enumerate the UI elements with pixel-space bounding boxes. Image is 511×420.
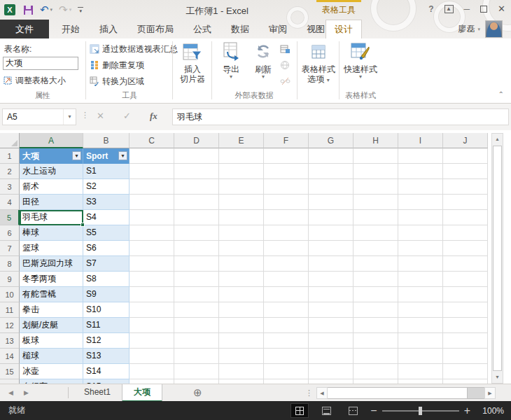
- user-account[interactable]: 廖磊 ▾: [458, 20, 480, 38]
- empty-cell[interactable]: [264, 195, 309, 210]
- filter-dropdown-icon[interactable]: ▼: [72, 151, 81, 160]
- scroll-down-button[interactable]: ▼: [492, 372, 503, 383]
- refresh-button[interactable]: 刷新 ▾: [248, 41, 278, 80]
- maximize-button[interactable]: [480, 6, 487, 13]
- name-box[interactable]: A5 ▾: [2, 108, 76, 125]
- empty-cell[interactable]: [264, 272, 309, 287]
- empty-cell[interactable]: [264, 225, 309, 241]
- cell[interactable]: 箭术: [20, 179, 83, 195]
- new-sheet-button[interactable]: ⊕: [193, 384, 202, 401]
- empty-cell[interactable]: [174, 241, 219, 256]
- empty-cell[interactable]: [443, 179, 488, 195]
- empty-cell[interactable]: [174, 302, 219, 318]
- minimize-button[interactable]: ─: [464, 4, 470, 14]
- empty-cell[interactable]: [174, 256, 219, 272]
- empty-cell[interactable]: [443, 256, 488, 272]
- zoom-in-button[interactable]: +: [464, 405, 470, 417]
- empty-cell[interactable]: [264, 318, 309, 333]
- cell[interactable]: 水上运动: [20, 164, 83, 179]
- empty-cell[interactable]: [443, 148, 488, 164]
- empty-cell[interactable]: [354, 179, 398, 195]
- empty-cell[interactable]: [309, 302, 354, 318]
- empty-cell[interactable]: [174, 349, 219, 364]
- empty-cell[interactable]: [309, 241, 354, 256]
- empty-cell[interactable]: [130, 302, 174, 318]
- cell[interactable]: 划艇/皮艇: [20, 318, 83, 333]
- row-header-6[interactable]: 6: [0, 225, 20, 241]
- user-avatar[interactable]: [485, 20, 503, 38]
- sheet-tab-sheet1[interactable]: Sheet1: [73, 384, 122, 402]
- empty-cell[interactable]: [398, 333, 443, 349]
- vertical-scrollbar[interactable]: ▲ ▼: [491, 133, 503, 384]
- excel-logo-icon[interactable]: X: [4, 4, 17, 16]
- unlink-button[interactable]: [280, 74, 290, 88]
- name-box-caret-icon[interactable]: ▾: [63, 109, 76, 125]
- cell[interactable]: 板球: [20, 333, 83, 349]
- empty-cell[interactable]: [398, 241, 443, 256]
- empty-cell[interactable]: [219, 272, 264, 287]
- cell[interactable]: S7: [83, 256, 130, 272]
- zoom-slider[interactable]: [382, 410, 459, 412]
- empty-cell[interactable]: [174, 287, 219, 302]
- sheet-nav-previous-icon[interactable]: ◀: [8, 384, 13, 401]
- cell[interactable]: S1: [83, 164, 130, 179]
- view-page-layout-button[interactable]: [317, 403, 335, 418]
- ribbon-tab[interactable]: 插入: [90, 20, 127, 38]
- empty-cell[interactable]: [309, 164, 354, 179]
- empty-cell[interactable]: [443, 349, 488, 364]
- empty-cell[interactable]: [174, 148, 219, 164]
- horizontal-scrollbar[interactable]: ◀ ▶: [316, 387, 496, 399]
- cell[interactable]: 槌球: [20, 349, 83, 364]
- cell[interactable]: 拳击: [20, 302, 83, 318]
- empty-cell[interactable]: [443, 287, 488, 302]
- help-button[interactable]: ?: [428, 4, 433, 14]
- tab-file[interactable]: 文件: [0, 20, 49, 38]
- empty-cell[interactable]: [130, 272, 174, 287]
- ribbon-tab[interactable]: 页面布局: [127, 20, 183, 38]
- cell[interactable]: 冰壶: [20, 364, 83, 379]
- scrollbar-resize-grip[interactable]: ⋮: [305, 384, 313, 401]
- empty-cell[interactable]: [219, 287, 264, 302]
- empty-cell[interactable]: [354, 364, 398, 379]
- empty-cell[interactable]: [130, 256, 174, 272]
- empty-cell[interactable]: [174, 364, 219, 379]
- sheet-tab-daxiang-active[interactable]: 大项: [122, 384, 162, 402]
- formula-input[interactable]: 羽毛球: [172, 108, 509, 125]
- empty-cell[interactable]: [309, 195, 354, 210]
- row-header-12[interactable]: 12: [0, 318, 20, 333]
- empty-cell[interactable]: [354, 195, 398, 210]
- undo-button[interactable]: ↶▾: [40, 4, 52, 15]
- save-icon[interactable]: [23, 5, 34, 15]
- summarize-with-pivottable-button[interactable]: 通过数据透视表汇总: [90, 42, 178, 56]
- empty-cell[interactable]: [264, 210, 309, 225]
- empty-cell[interactable]: [130, 318, 174, 333]
- empty-cell[interactable]: [130, 287, 174, 302]
- insert-slicer-button[interactable]: 插入 切片器: [174, 41, 211, 84]
- column-header-g[interactable]: G: [309, 133, 354, 148]
- cell[interactable]: 冬季两项: [20, 272, 83, 287]
- enter-button[interactable]: ✓: [123, 111, 131, 121]
- column-header-b[interactable]: B: [83, 133, 130, 148]
- cell[interactable]: S11: [83, 318, 130, 333]
- empty-cell[interactable]: [398, 256, 443, 272]
- empty-cell[interactable]: [309, 318, 354, 333]
- select-all-corner[interactable]: [0, 133, 20, 148]
- empty-cell[interactable]: [219, 364, 264, 379]
- cell[interactable]: S5: [83, 225, 130, 241]
- column-header-h[interactable]: H: [354, 133, 398, 148]
- empty-cell[interactable]: [264, 287, 309, 302]
- row-header-11[interactable]: 11: [0, 302, 20, 318]
- empty-cell[interactable]: [264, 364, 309, 379]
- ribbon-tab[interactable]: 公式: [183, 20, 221, 38]
- empty-cell[interactable]: [130, 179, 174, 195]
- external-properties-button[interactable]: [280, 42, 290, 56]
- empty-cell[interactable]: [174, 164, 219, 179]
- empty-cell[interactable]: [264, 148, 309, 164]
- formula-bar-grip[interactable]: ⋮: [81, 111, 89, 120]
- column-header-d[interactable]: D: [174, 133, 219, 148]
- column-header-e[interactable]: E: [219, 133, 264, 148]
- empty-cell[interactable]: [443, 318, 488, 333]
- empty-cell[interactable]: [264, 302, 309, 318]
- empty-cell[interactable]: [130, 164, 174, 179]
- empty-cell[interactable]: [309, 256, 354, 272]
